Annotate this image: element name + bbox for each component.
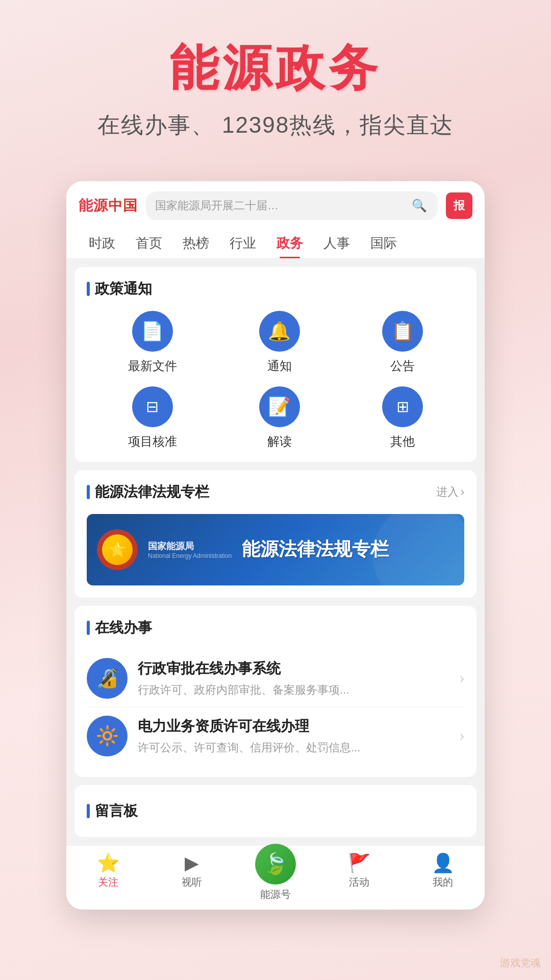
law-org-name: 国家能源局 xyxy=(148,540,232,552)
mine-label: 我的 xyxy=(433,875,453,889)
notice-icon: 🔔 xyxy=(259,311,300,352)
nav-item-media[interactable]: ▶ 视听 xyxy=(150,846,234,910)
chevron-right-icon: › xyxy=(461,485,464,499)
hero-section: 能源政务 在线办事、 12398热线，指尖直达 xyxy=(0,0,551,161)
content-area: 政策通知 📄 最新文件 🔔 通知 📋 公告 xyxy=(66,259,485,845)
law-org-info: 国家能源局 National Energy Administration xyxy=(148,540,232,559)
other-label: 其他 xyxy=(390,433,415,450)
hero-title: 能源政务 xyxy=(20,41,531,95)
announcement-icon: 📋 xyxy=(382,311,423,352)
announcement-label: 公告 xyxy=(390,358,415,374)
online-section-title: 在线办事 xyxy=(87,618,464,638)
policy-section: 政策通知 📄 最新文件 🔔 通知 📋 公告 xyxy=(74,267,477,462)
search-icon[interactable]: 🔍 xyxy=(410,197,429,215)
bottom-nav: ⭐ 关注 ▶ 视听 🍃 能源号 🚩 活动 👤 我的 xyxy=(66,845,485,910)
law-enter-btn[interactable]: 进入 › xyxy=(436,484,464,500)
law-emblem: ⭐ xyxy=(97,529,138,570)
nav-tabs: 时政 首页 热榜 行业 政务 人事 国际 xyxy=(79,228,472,258)
media-label: 视听 xyxy=(182,875,202,889)
app-header: 能源中国 国家能源局开展二十届… 🔍 报 时政 首页 热榜 行业 政务 人事 国… xyxy=(66,181,485,259)
tab-home[interactable]: 首页 xyxy=(126,228,172,258)
power-icon: 🔆 xyxy=(87,716,128,756)
policy-row-2: ⊟ 项目核准 📝 解读 ⊞ 其他 xyxy=(87,386,464,450)
admin-desc: 行政许可、政府内部审批、备案服务事项... xyxy=(138,682,449,698)
files-icon: 📄 xyxy=(132,311,173,352)
policy-item-notice[interactable]: 🔔 通知 xyxy=(259,311,300,374)
hero-subtitle: 在线办事、 12398热线，指尖直达 xyxy=(20,110,531,140)
online-section: 在线办事 🔏 行政审批在线办事系统 行政许可、政府内部审批、备案服务事项... … xyxy=(74,606,477,777)
power-desc: 许可公示、许可查询、信用评价、处罚信息... xyxy=(138,740,449,755)
project-icon: ⊟ xyxy=(132,386,173,427)
message-board-section: 留言板 xyxy=(74,785,477,837)
activity-label: 活动 xyxy=(349,875,369,889)
tab-zhengwu[interactable]: 政务 xyxy=(266,228,313,258)
media-icon: ▶ xyxy=(185,854,199,872)
admin-title: 行政审批在线办事系统 xyxy=(138,659,449,678)
search-placeholder: 国家能源局开展二十届… xyxy=(155,198,406,213)
app-header-top: 能源中国 国家能源局开展二十届… 🔍 报 xyxy=(79,191,472,220)
policy-item-announcement[interactable]: 📋 公告 xyxy=(382,311,423,374)
law-banner[interactable]: ⭐ 国家能源局 National Energy Administration 能… xyxy=(87,514,464,585)
policy-item-interpret[interactable]: 📝 解读 xyxy=(259,386,300,450)
interpret-label: 解读 xyxy=(267,433,292,450)
online-item-power[interactable]: 🔆 电力业务资质许可在线办理 许可公示、许可查询、信用评价、处罚信息... › xyxy=(87,707,464,765)
files-label: 最新文件 xyxy=(128,358,177,374)
follow-label: 关注 xyxy=(98,875,118,889)
law-org-en: National Energy Administration xyxy=(148,552,232,559)
emblem-icon: ⭐ xyxy=(102,534,133,565)
energy-icon-wrap: 🍃 xyxy=(255,844,296,885)
energy-icon: 🍃 xyxy=(263,852,288,876)
app-container: 能源中国 国家能源局开展二十届… 🔍 报 时政 首页 热榜 行业 政务 人事 国… xyxy=(66,181,485,910)
tab-shizhen[interactable]: 时政 xyxy=(79,228,126,258)
energy-label: 能源号 xyxy=(260,888,291,901)
avatar[interactable]: 报 xyxy=(446,192,472,219)
power-arrow-icon: › xyxy=(460,728,464,744)
power-content: 电力业务资质许可在线办理 许可公示、许可查询、信用评价、处罚信息... xyxy=(138,717,449,755)
policy-item-files[interactable]: 📄 最新文件 xyxy=(128,311,177,374)
tab-renshii[interactable]: 人事 xyxy=(313,228,360,258)
policy-item-other[interactable]: ⊞ 其他 xyxy=(382,386,423,450)
project-label: 项目核准 xyxy=(128,433,177,450)
nav-item-energy[interactable]: 🍃 能源号 xyxy=(234,846,317,910)
tab-hot[interactable]: 热榜 xyxy=(172,228,219,258)
online-item-admin[interactable]: 🔏 行政审批在线办事系统 行政许可、政府内部审批、备案服务事项... › xyxy=(87,650,464,707)
message-board-title: 留言板 xyxy=(87,797,464,825)
law-banner-title: 能源法律法规专栏 xyxy=(242,537,389,562)
law-section-title: 能源法律法规专栏 进入 › xyxy=(87,482,464,502)
tab-international[interactable]: 国际 xyxy=(360,228,407,258)
law-section: 能源法律法规专栏 进入 › ⭐ 国家能源局 National Energy Ad… xyxy=(74,470,477,598)
nav-item-activity[interactable]: 🚩 活动 xyxy=(317,846,401,910)
policy-item-project[interactable]: ⊟ 项目核准 xyxy=(128,386,177,450)
policy-row-1: 📄 最新文件 🔔 通知 📋 公告 xyxy=(87,311,464,374)
other-icon: ⊞ xyxy=(382,386,423,427)
nav-item-follow[interactable]: ⭐ 关注 xyxy=(66,846,150,910)
app-logo: 能源中国 xyxy=(79,196,138,215)
notice-label: 通知 xyxy=(267,358,292,374)
tab-industry[interactable]: 行业 xyxy=(219,228,266,258)
admin-arrow-icon: › xyxy=(460,670,464,687)
policy-section-title: 政策通知 xyxy=(87,279,464,299)
policy-grid: 📄 最新文件 🔔 通知 📋 公告 ⊟ 项目核准 xyxy=(87,311,464,450)
power-title: 电力业务资质许可在线办理 xyxy=(138,717,449,736)
admin-content: 行政审批在线办事系统 行政许可、政府内部审批、备案服务事项... xyxy=(138,659,449,698)
mine-icon: 👤 xyxy=(432,854,455,872)
admin-icon: 🔏 xyxy=(87,658,128,699)
activity-icon: 🚩 xyxy=(348,854,371,872)
nav-item-mine[interactable]: 👤 我的 xyxy=(401,846,485,910)
watermark: 游戏党魂 xyxy=(500,956,541,970)
search-bar[interactable]: 国家能源局开展二十届… 🔍 xyxy=(146,191,438,220)
interpret-icon: 📝 xyxy=(259,386,300,427)
follow-icon: ⭐ xyxy=(97,854,120,872)
